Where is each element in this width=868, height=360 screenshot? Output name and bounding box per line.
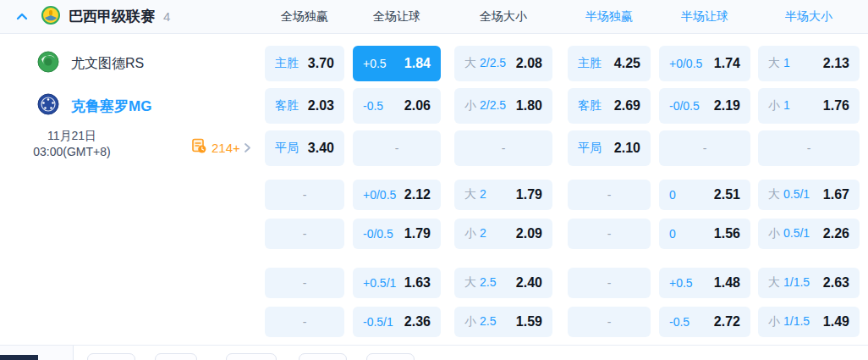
over-under-prefix: 小 — [464, 226, 476, 240]
over-under-prefix: 大 — [464, 187, 476, 201]
league-header-left: 巴西甲级联赛 4 — [0, 6, 265, 28]
odds-cell[interactable]: -0.52.06 — [353, 88, 441, 124]
odds-cell[interactable]: 01.56 — [659, 219, 750, 249]
more-markets-count: 214+ — [212, 141, 240, 155]
over-under-prefix: 大 — [768, 275, 780, 289]
odds-row-alt-1: -+0/0.52.12大21.79-02.51大0.5/11.67 — [265, 180, 860, 210]
odds-cell[interactable]: 小2.51.59 — [454, 307, 552, 337]
odds-label: +0.5/1 — [363, 276, 396, 290]
over-under-prefix: 大 — [768, 56, 780, 69]
odds-cell[interactable]: 大0.5/11.67 — [758, 180, 860, 210]
odds-cell[interactable]: +0/0.51.74 — [659, 46, 750, 81]
collapse-chevron-up-icon[interactable] — [15, 10, 29, 24]
odds-label: 客胜 — [578, 98, 602, 114]
odds-cell[interactable]: 大12.13 — [758, 46, 860, 81]
odds-cell: - — [568, 268, 651, 298]
next-section-dark-block — [0, 355, 38, 360]
partial-chip-button[interactable] — [226, 353, 277, 360]
odds-value: 1.84 — [404, 56, 431, 71]
partial-chip-button[interactable] — [299, 353, 347, 360]
odds-cell[interactable]: 主胜4.25 — [568, 46, 651, 81]
odds-cell[interactable]: 大2/2.52.08 — [454, 46, 552, 81]
odds-cell[interactable]: 平局3.40 — [265, 130, 344, 166]
odds-label: 平局 — [275, 141, 299, 156]
odds-value: 2.63 — [823, 275, 849, 291]
odds-label: 小1/1.5 — [768, 314, 810, 330]
odds-cell[interactable]: 小0.5/12.26 — [758, 219, 860, 249]
odds-cell[interactable]: 平局2.10 — [568, 130, 651, 166]
odds-cell[interactable]: -0.52.72 — [659, 307, 750, 337]
partial-chip-button[interactable] — [366, 353, 415, 360]
league-match-count: 4 — [163, 9, 170, 24]
odds-value: 1.49 — [823, 314, 849, 330]
odds-label: 大0.5/1 — [768, 187, 810, 202]
odds-value: 2.09 — [516, 226, 542, 241]
partial-chip-button[interactable] — [155, 353, 197, 360]
over-under-prefix: 小 — [464, 98, 476, 112]
betting-odds-panel: 巴西甲级联赛 4 全场独赢全场让球全场大小半场独赢半场让球半场大小 尤文图德RS — [0, 0, 868, 360]
odds-value: 2.08 — [516, 56, 542, 71]
odds-cell[interactable]: +0.51.48 — [659, 268, 750, 298]
odds-label: 小2/2.5 — [464, 98, 506, 114]
odds-label: +0/0.5 — [363, 188, 396, 202]
odds-cell[interactable]: 小11.76 — [758, 88, 860, 124]
odds-cell[interactable]: 小22.09 — [454, 219, 552, 249]
league-header[interactable]: 巴西甲级联赛 4 全场独赢全场让球全场大小半场独赢半场让球半场大小 — [0, 0, 868, 34]
odds-cell: - — [265, 268, 344, 298]
odds-cell[interactable]: -0.5/12.36 — [353, 307, 441, 337]
odds-cell[interactable]: 主胜3.70 — [265, 46, 344, 81]
odds-value: 2.40 — [516, 275, 542, 291]
odds-value: 2.03 — [308, 98, 334, 114]
odds-value: 1.63 — [404, 275, 431, 291]
odds-value: 2.13 — [823, 56, 849, 71]
odds-cell[interactable]: 大1/1.52.63 — [758, 268, 860, 298]
odds-label: -0.5 — [669, 315, 689, 329]
odds-cell[interactable]: 02.51 — [659, 180, 750, 210]
odds-value: 1.79 — [404, 226, 431, 241]
away-team-name: 克鲁塞罗MG — [71, 97, 151, 116]
partial-chip-button[interactable] — [87, 353, 135, 360]
odds-value: 1.79 — [516, 187, 542, 202]
away-team-row[interactable]: 克鲁塞罗MG — [0, 88, 265, 124]
odds-value: 1.76 — [823, 98, 849, 114]
column-headers: 全场独赢全场让球全场大小半场独赢半场让球半场大小 — [265, 9, 860, 25]
odds-value: 3.40 — [308, 141, 334, 156]
odds-cell[interactable]: 客胜2.03 — [265, 88, 344, 124]
odds-value: 2.36 — [404, 314, 431, 330]
odds-cell[interactable]: -0/0.52.19 — [659, 88, 750, 124]
column-header-4: 半场独赢 — [568, 9, 651, 25]
odds-cell[interactable]: -0/0.51.79 — [353, 219, 441, 249]
odds-cell[interactable]: 小2/2.51.80 — [454, 88, 552, 124]
column-header-5: 半场让球 — [659, 9, 750, 25]
home-team-logo-icon — [37, 51, 59, 76]
odds-label: 小2 — [464, 226, 486, 241]
odds-cell[interactable]: 大2.52.40 — [454, 268, 552, 298]
odds-row-home: 主胜3.70+0.51.84大2/2.52.08主胜4.25+0/0.51.74… — [265, 46, 860, 81]
odds-cell: - — [353, 130, 441, 166]
over-under-prefix: 小 — [768, 98, 780, 112]
odds-cell[interactable]: 小1/1.51.49 — [758, 307, 860, 337]
odds-label: 大2 — [464, 187, 486, 202]
home-team-row[interactable]: 尤文图德RS — [0, 46, 265, 81]
odds-cell[interactable]: 客胜2.69 — [568, 88, 651, 124]
odds-label: 大1 — [768, 56, 790, 71]
odds-cell[interactable]: 大21.79 — [454, 180, 552, 210]
match-start-time: 03:00(GMT+8) — [0, 144, 144, 160]
odds-value: 2.19 — [714, 98, 740, 114]
odds-value: 2.06 — [404, 98, 431, 114]
odds-label: -0.5/1 — [363, 315, 393, 329]
odds-row-draw: 平局3.40--平局2.10-- — [265, 130, 860, 166]
odds-cell[interactable]: +0.5/11.63 — [353, 268, 441, 298]
home-team-name: 尤文图德RS — [71, 55, 144, 73]
odds-value: 1.80 — [516, 98, 542, 114]
odds-cell: - — [568, 219, 651, 249]
odds-cell[interactable]: +0/0.52.12 — [353, 180, 441, 210]
more-markets-link[interactable]: 214+ — [191, 138, 251, 158]
odds-cell[interactable]: +0.51.84 — [353, 46, 441, 81]
over-under-prefix: 大 — [464, 275, 476, 289]
column-header-6: 半场大小 — [758, 9, 860, 25]
odds-label: 小0.5/1 — [768, 226, 810, 241]
odds-row-alt-4: --0.5/12.36小2.51.59--0.52.72小1/1.51.49 — [265, 307, 860, 337]
column-header-3: 全场大小 — [454, 9, 552, 25]
odds-cell: - — [568, 307, 651, 337]
